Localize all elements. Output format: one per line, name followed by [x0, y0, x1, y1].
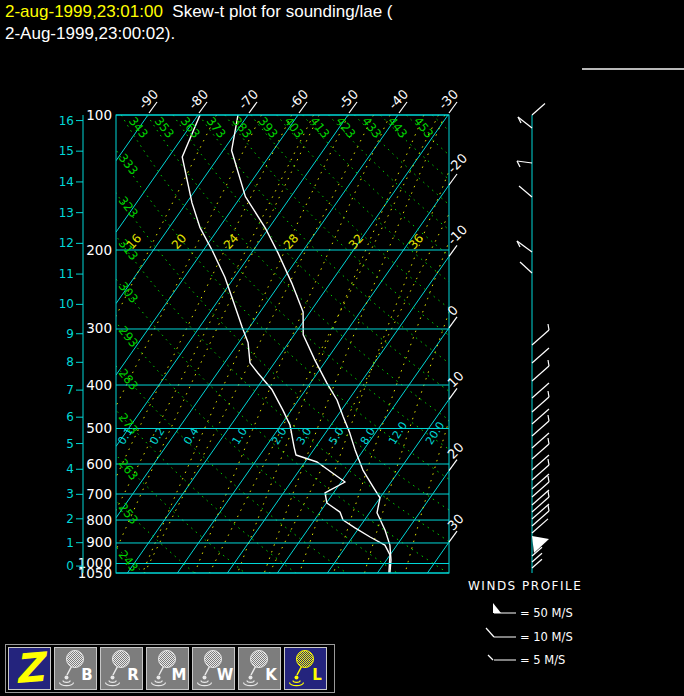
- wind-barb: [519, 186, 532, 197]
- balloon-string: [159, 667, 164, 676]
- wind-barb: [532, 348, 549, 363]
- balloon-envelope: [159, 651, 176, 668]
- height-axis-label: 11: [59, 267, 74, 281]
- isotherm-right-label: 30: [445, 511, 467, 533]
- mixing-ratio-line: [72, 115, 292, 573]
- isotherm-line: [227, 256, 449, 573]
- pressure-axis-label: 700: [86, 486, 112, 502]
- pressure-axis-label: 200: [86, 242, 112, 258]
- wind-barb: [532, 330, 549, 345]
- toolbar-button-b[interactable]: B: [54, 647, 97, 690]
- isotherm-line: [277, 328, 449, 573]
- legend-full-barb-icon: [486, 628, 494, 637]
- pressure-axis-label: 300: [86, 320, 112, 336]
- skewt-plot-canvas: 1002003004005006007008009001000105001234…: [0, 0, 684, 696]
- radio-waves-icon: [290, 681, 304, 686]
- instrument-package: [203, 676, 207, 680]
- pressure-axis-label: 800: [86, 512, 112, 528]
- wind-barb-tick: [548, 505, 549, 511]
- zebra-logo-icon: Z: [9, 648, 50, 689]
- legend-flag-icon: [493, 603, 501, 613]
- isotherm-top-label: -60: [286, 86, 312, 112]
- wind-barb-tick: [548, 415, 549, 421]
- legend-half-barb-icon: [488, 655, 493, 660]
- instrument-package: [249, 676, 253, 680]
- temperature-trace: [232, 115, 391, 573]
- moist-adiabat-line: [0, 115, 217, 573]
- wind-barb-tick: [548, 438, 549, 444]
- wind-barb: [532, 104, 545, 115]
- isotherm-top-label: -80: [186, 86, 212, 112]
- balloon-string: [297, 667, 302, 676]
- height-axis-label: 1: [66, 536, 74, 550]
- isotherm-right-label: 20: [445, 440, 467, 462]
- dry-adiabat-line: [303, 115, 684, 573]
- isotherm-right-tick: [449, 174, 457, 185]
- height-axis-label: 14: [59, 175, 74, 189]
- radio-waves-icon: [198, 681, 212, 686]
- toolbar-button-letter: M: [172, 666, 187, 684]
- toolbar-button-letter: B: [81, 666, 92, 684]
- zebra-logo-button[interactable]: Z: [8, 647, 51, 690]
- toolbar-button-letter: L: [312, 666, 322, 684]
- dry-adiabat-line: [225, 115, 684, 573]
- isotherm-top-label: -30: [436, 86, 462, 112]
- balloon-string: [67, 667, 72, 676]
- wind-barb: [532, 474, 549, 489]
- radiosonde-balloon-icon: M: [147, 648, 188, 689]
- toolbar-button-letter: R: [127, 666, 139, 684]
- isotherm-right-tick: [449, 460, 457, 471]
- wind-barb: [532, 409, 549, 424]
- wind-flag: [532, 536, 549, 553]
- dry-adiabat-top-label: 393: [255, 114, 280, 141]
- isotherm-line: [427, 542, 449, 573]
- toolbar-button-r[interactable]: R: [100, 647, 143, 690]
- toolbar-button-l[interactable]: L: [284, 647, 327, 690]
- moist-adiabat-line: [270, 115, 499, 573]
- dry-adiabat-left-label: 303: [116, 279, 141, 306]
- height-axis-label: 5: [66, 437, 74, 451]
- dry-adiabat-top-label: 403: [281, 114, 306, 141]
- dry-adiabat-top-label: 433: [359, 114, 384, 141]
- toolbar-button-k[interactable]: K: [238, 647, 281, 690]
- dry-adiabat-line: [69, 115, 549, 573]
- isotherm-right-tick: [449, 245, 457, 256]
- balloon-envelope: [297, 651, 314, 668]
- dry-adiabat-left-label: 243: [116, 548, 141, 575]
- plot-grid: [0, 115, 684, 573]
- radio-waves-icon: [60, 681, 74, 686]
- dry-adiabat-left-label: 333: [116, 151, 141, 178]
- legend-item-label: = 5 M/S: [520, 653, 565, 667]
- moist-adiabat-label: 36: [406, 231, 427, 252]
- skewt-window: { "title": { "timestamp": "2-aug-1999,23…: [0, 0, 684, 696]
- mixing-ratio-line: [334, 115, 499, 573]
- wind-barb: [532, 421, 549, 436]
- dry-adiabat-top-label: 343: [126, 114, 151, 141]
- balloon-envelope: [67, 651, 84, 668]
- height-axis-label: 7: [66, 383, 74, 397]
- height-axis-label: 4: [66, 462, 74, 476]
- moist-adiabat-label: 28: [281, 231, 302, 252]
- mixing-ratio-label: 12.0: [386, 419, 410, 447]
- pressure-axis-label: 100: [86, 107, 112, 123]
- toolbar-button-m[interactable]: M: [146, 647, 189, 690]
- radiosonde-balloon-icon: B: [55, 648, 96, 689]
- balloon-envelope: [251, 651, 268, 668]
- zebra-logo-letter: Z: [13, 648, 50, 689]
- toolbar-button-w[interactable]: W: [192, 647, 235, 690]
- height-axis-label: 9: [66, 327, 74, 341]
- isotherm-line: [327, 399, 449, 573]
- wind-barb: [532, 397, 549, 412]
- isotherm-top-label: -40: [386, 86, 412, 112]
- height-axis-label: 0: [66, 559, 74, 573]
- dry-adiabat-top-label: 373: [204, 114, 229, 141]
- dry-adiabat-line: [406, 115, 684, 573]
- legend-item-label: = 50 M/S: [520, 606, 573, 620]
- instrument-package: [111, 676, 115, 680]
- wind-barb: [517, 161, 532, 163]
- isotherm-right-label: 10: [445, 368, 467, 390]
- wind-barb: [532, 511, 549, 526]
- toolbar-button-letter: W: [217, 666, 234, 684]
- isotherm-right-label: -10: [445, 222, 471, 248]
- isotherm-top-label: -70: [236, 86, 262, 112]
